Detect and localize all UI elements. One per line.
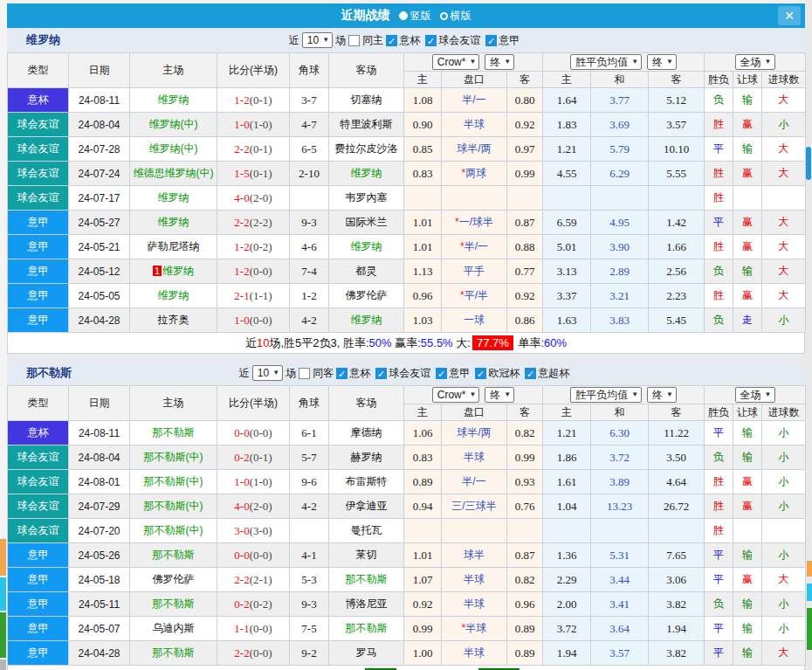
fullmatch-group-header: 全场▼ bbox=[705, 386, 806, 404]
match-date: 24-04-28 bbox=[69, 308, 130, 333]
match-count-select[interactable]: 10▼ bbox=[302, 32, 333, 48]
vertical-layout-radio[interactable] bbox=[399, 11, 408, 20]
match-date: 24-08-11 bbox=[69, 88, 130, 113]
halftime-score: (0-0) bbox=[250, 265, 272, 278]
match-date: 24-05-21 bbox=[69, 235, 130, 259]
away-team-name: 莱切 bbox=[356, 549, 377, 561]
filter-label: 意杯 bbox=[349, 366, 370, 381]
corner-count: 9-6 bbox=[290, 470, 329, 494]
match-type-badge: 意杯 bbox=[8, 88, 69, 113]
team-section: 那不勒斯 近 10▼ 场 同客 ✓意杯✓球会友谊✓意甲✓欧冠杯✓意超杯 类型日期… bbox=[7, 361, 805, 670]
result-goals: 小 bbox=[762, 494, 806, 519]
handicap-value: 两球 bbox=[465, 167, 486, 179]
scrollbar-thumb[interactable] bbox=[806, 147, 811, 180]
result-goals: 大 bbox=[762, 88, 806, 113]
score: 1-0(0-0) bbox=[217, 308, 290, 333]
handicap-value: 平手 bbox=[464, 265, 485, 277]
horizontal-layout-radio[interactable] bbox=[440, 12, 448, 20]
match-date: 24-05-11 bbox=[69, 592, 130, 617]
result-goals: 大 bbox=[762, 259, 806, 284]
avg-draw: 3.83 bbox=[591, 308, 649, 333]
home-team-name: 萨勒尼塔纳 bbox=[148, 240, 200, 252]
avg-home: 1.04 bbox=[543, 494, 591, 519]
away-team: 切塞纳 bbox=[329, 88, 404, 113]
result-outcome: 负 bbox=[705, 592, 733, 617]
avg-type-select[interactable]: 胜平负均值▼ bbox=[570, 387, 642, 403]
filter-checkbox[interactable]: ✓ bbox=[425, 35, 437, 46]
filter-checkbox[interactable]: ✓ bbox=[475, 368, 486, 379]
halftime-score: (0-2) bbox=[250, 597, 272, 611]
handicap-value: 半球 bbox=[464, 573, 485, 585]
single-rate-value: 60% bbox=[544, 336, 567, 349]
filter-checkbox[interactable]: ✓ bbox=[485, 35, 497, 46]
result-outcome: 负 bbox=[705, 308, 733, 333]
home-team-name: 维德思维罗纳(中) bbox=[134, 167, 214, 179]
scrollbar-track[interactable] bbox=[805, 0, 812, 670]
odds-company-select[interactable]: Crow*▼ bbox=[432, 54, 480, 70]
avg-draw: 3.89 bbox=[591, 470, 649, 494]
filter-checkbox[interactable]: ✓ bbox=[375, 368, 387, 379]
fulltime-score: 0-0 bbox=[234, 549, 249, 562]
away-team-name: 伊拿迪亚 bbox=[346, 500, 388, 512]
summary-text: 近 bbox=[245, 336, 257, 349]
same-venue-checkbox[interactable] bbox=[299, 368, 310, 379]
avg-type-select-value: 胜平负均值 bbox=[575, 389, 628, 401]
home-team-name: 维罗纳 bbox=[158, 289, 189, 301]
score: 0-2(0-2) bbox=[217, 592, 290, 617]
away-odds: 0.80 bbox=[507, 88, 543, 113]
result-outcome: 负 bbox=[705, 259, 733, 284]
odds-time-select-value: 终 bbox=[490, 56, 500, 68]
sub-column-header: 让球 bbox=[733, 404, 762, 421]
avg-home: 1.63 bbox=[543, 308, 591, 333]
avg-away: 3.82 bbox=[649, 641, 705, 666]
table-row: 意甲24-04-28拉齐奥1-0(0-0)4-2维罗纳1.03一球0.861.6… bbox=[8, 308, 806, 333]
home-odds: 1.07 bbox=[404, 568, 442, 592]
avg-draw: 3.90 bbox=[591, 235, 649, 259]
avg-time-select[interactable]: 终▼ bbox=[647, 387, 677, 403]
avg-draw: 3.41 bbox=[591, 592, 649, 617]
chevron-down-icon: ▼ bbox=[631, 389, 638, 401]
odds-time-select[interactable]: 终▼ bbox=[485, 387, 514, 403]
scope-select[interactable]: 全场▼ bbox=[735, 387, 775, 403]
away-team-name: 维罗纳 bbox=[351, 314, 382, 326]
odds-time-select[interactable]: 终▼ bbox=[485, 54, 514, 70]
handicap-value: 半/一 bbox=[464, 240, 488, 252]
dialog-titlebar: 近期战绩 竖版 横版 ✕ bbox=[7, 3, 805, 28]
filter-checkbox[interactable]: ✓ bbox=[336, 368, 348, 379]
score: 2-1(1-1) bbox=[217, 284, 290, 308]
fulltime-score: 2-2 bbox=[234, 142, 249, 155]
match-type-badge: 意甲 bbox=[8, 308, 69, 333]
match-type-badge: 球会友谊 bbox=[8, 137, 69, 162]
score: 1-0(1-0) bbox=[217, 113, 290, 137]
filter-checkbox[interactable]: ✓ bbox=[525, 368, 536, 379]
corner-count: 3-7 bbox=[290, 88, 329, 113]
sub-column-header: 主 bbox=[404, 72, 442, 88]
filter-checkbox[interactable]: ✓ bbox=[386, 35, 397, 46]
avg-time-select[interactable]: 终▼ bbox=[647, 54, 677, 70]
fulltime-score: 4-0 bbox=[234, 191, 249, 204]
close-button[interactable]: ✕ bbox=[778, 6, 801, 25]
away-team-name: 佛罗伦萨 bbox=[346, 289, 388, 301]
odds-company-select[interactable]: Crow*▼ bbox=[432, 387, 480, 403]
match-date: 24-08-04 bbox=[69, 446, 130, 470]
filter-checkbox[interactable]: ✓ bbox=[436, 368, 447, 379]
avg-away: 5.55 bbox=[649, 162, 705, 186]
result-outcome: 平 bbox=[705, 211, 733, 235]
table-row: 意甲24-05-26那不勒斯0-0(0-0)4-1莱切1.01球半0.871.3… bbox=[8, 543, 806, 568]
home-team: 乌迪内斯 bbox=[130, 617, 217, 641]
avg-draw: 6.30 bbox=[591, 421, 649, 446]
scope-select[interactable]: 全场▼ bbox=[735, 54, 775, 70]
sub-column-header: 进球数 bbox=[762, 404, 806, 421]
result-handicap: 输 bbox=[733, 446, 762, 470]
halftime-score: (0-0) bbox=[250, 549, 272, 562]
edge-fragment-green bbox=[0, 612, 6, 658]
result-handicap: 赢 bbox=[733, 113, 762, 137]
result-handicap: 输 bbox=[733, 592, 762, 617]
avg-group-header: 胜平负均值▼终▼ bbox=[543, 386, 705, 404]
away-odds: 0.82 bbox=[507, 421, 543, 446]
home-team: 维德思维罗纳(中) bbox=[130, 162, 217, 186]
avg-type-select[interactable]: 胜平负均值▼ bbox=[570, 54, 642, 70]
home-team-name: 拉齐奥 bbox=[158, 314, 189, 326]
match-count-select[interactable]: 10▼ bbox=[252, 365, 283, 381]
same-venue-checkbox[interactable] bbox=[348, 35, 360, 46]
